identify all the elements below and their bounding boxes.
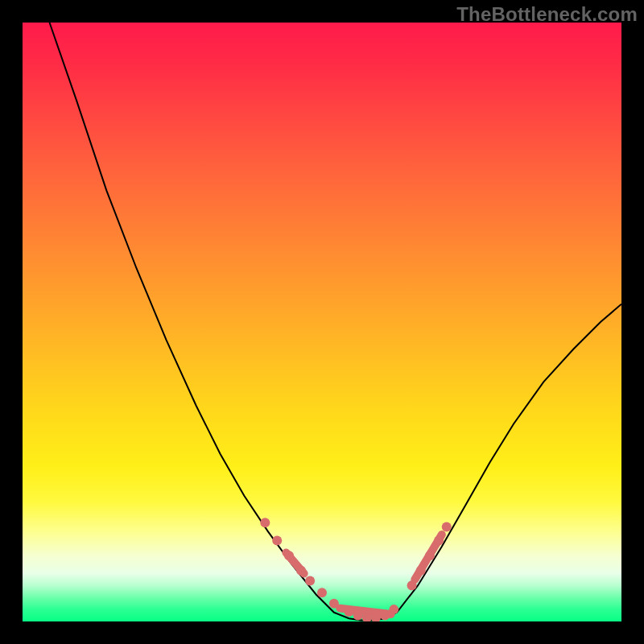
marker-dot <box>389 605 398 614</box>
marker-dot <box>434 536 444 546</box>
marker-dot <box>380 611 390 621</box>
marker-dot <box>305 576 315 585</box>
marker-dot <box>329 599 339 609</box>
marker-dot <box>442 522 452 531</box>
marker-dot <box>317 588 327 597</box>
curve-svg <box>23 23 621 621</box>
chart-frame: TheBottleneck.com <box>0 0 644 644</box>
watermark-text: TheBottleneck.com <box>456 3 638 26</box>
marker-dot <box>425 551 435 560</box>
marker-dot <box>260 518 270 527</box>
marker-dot <box>272 536 282 546</box>
marker-dot <box>284 551 294 560</box>
marker-group <box>260 518 451 621</box>
curve-lines <box>50 23 622 621</box>
bottleneck-curve <box>50 23 622 621</box>
marker-dot <box>416 566 426 576</box>
marker-dot <box>344 607 353 617</box>
marker-dot <box>407 580 417 590</box>
marker-dot <box>296 566 306 576</box>
plot-area <box>23 23 621 621</box>
marker-dot <box>353 611 363 621</box>
